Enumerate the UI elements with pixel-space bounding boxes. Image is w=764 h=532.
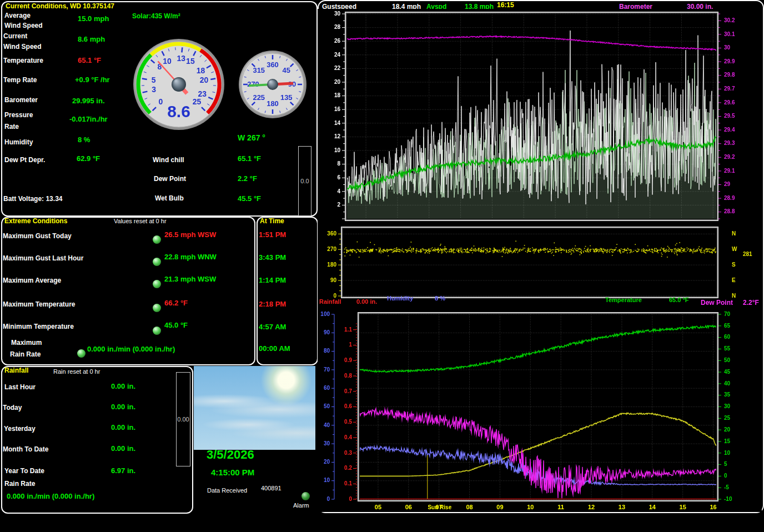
max-average-value: 21.3 mph WSW [164,275,216,283]
wind-chill-value: 65.1 °F [238,154,261,163]
rain-yesterday-value: 0.00 in. [111,423,135,431]
at-time-title: At Time [260,217,284,225]
legend-dewpoint-value: 2.2°F [743,299,759,307]
climate-chart [318,309,762,512]
row-label: Temp Rate [3,76,37,84]
solar-now: Solar:435 W/m² [132,12,180,20]
wind-direction-text: W 267 ° [238,133,265,142]
extreme-row-label: Maximum Temperature [3,300,75,308]
led-indicator [77,349,86,358]
row-label: Temperature [3,57,43,64]
battery-voltage: Batt Voltage: 13.34 [3,195,62,203]
alarm-led [301,492,310,500]
rainfall-title: Rainfall [4,367,28,374]
rainfall-subtitle: Rain reset at 0 hr [53,368,100,375]
row-label: Dew Pt Depr. [4,156,45,164]
data-received-value: 400891 [261,485,282,491]
rain-row-label: Today [3,404,22,411]
max-temperature-value: 66.2 °F [164,299,188,307]
barometer-value: 29.995 in. [72,97,105,105]
max-rain-label2: Rain Rate [10,350,41,358]
at-time-panel [257,217,318,365]
max-rain-rate-value: 0.000 in./min (0.000 in./hr) [87,345,175,353]
led-indicator [153,280,161,288]
current-gauge-bar: 0.0 [298,146,311,216]
rain-last-hour-value: 0.00 in. [111,382,135,390]
rain-today-value: 0.00 in. [111,403,135,411]
legend-humidity-value: 8 % [435,295,445,302]
at-time-value: 2:18 PM [259,300,286,308]
dew-point-value: 2.2 °F [238,174,257,183]
at-time-value: 4:57 AM [259,323,286,331]
legend-temp-value: 65.0 °F [669,297,689,303]
current-wind-value: 8.6 mph [78,35,105,43]
alarm-label: Alarm [293,502,309,509]
max-gust-hour-value: 22.8 mph WNW [164,253,217,261]
wet-bulb-value: 45.5 °F [238,194,261,203]
wind-direction-gauge [238,49,308,119]
date-display: 3/5/2026 [207,448,254,462]
row-label: Average [4,12,31,19]
legend-temp-label: Temperature [605,297,642,303]
data-received-label: Data Received [207,487,247,494]
led-indicator [153,258,161,266]
rain-row-label: Yesterday [4,425,36,433]
row-label: Rate [4,123,19,131]
at-time-value: 3:43 PM [259,253,286,262]
time-display: 4:15:00 PM [211,468,254,477]
legend-rainfall-value: 0.00 in. [356,298,377,305]
aux-label: Wind chill [153,156,184,164]
at-time-value: 1:14 PM [259,276,286,284]
wind-speed-gauge [132,37,226,132]
rainfall-gauge-bar: 0.00 [176,372,190,466]
extreme-subtitle: Values reset at 0 hr [114,218,167,224]
pressure-rate-value: -0.017in./hr [69,115,108,123]
row-label: Wind Speed [4,22,43,29]
sky-image [194,366,315,450]
humidity-value: 8 % [78,135,90,144]
at-time-value: 00:00 AM [259,344,290,353]
rain-rate-value: 0.000 in./min (0.000 in./hr) [7,492,94,500]
led-indicator [153,235,161,244]
rain-month-value: 0.00 in. [111,444,135,453]
extreme-title: Extreme Conditions [4,217,67,225]
aux-label: Dew Point [154,175,186,183]
rain-rate-label: Rain Rate [4,480,35,488]
extreme-row-label: Maximum Gust Last Hour [3,254,83,262]
legend-rainfall-label: Rainfall [319,298,341,305]
legend-dewpoint-label: Dew Point [701,299,733,307]
rain-row-label: Last Hour [4,383,36,391]
rain-row-label: Year To Date [4,467,44,475]
min-temperature-value: 45.0 °F [164,321,188,329]
row-label: Pressure [4,111,33,119]
extreme-row-label: Maximum Gust Today [3,232,72,240]
extreme-row-label: Minimum Temperature [3,323,74,330]
current-conditions-title: Current Conditions, WD 10.375147 [6,2,114,10]
max-rain-label1: Maximum [11,339,42,347]
rain-year-value: 6.97 in. [111,466,135,475]
row-label: Barometer [4,96,38,104]
aux-label: Wet Bulb [155,194,184,202]
avg-wind-value: 15.0 mph [78,14,109,23]
led-indicator [153,327,161,335]
max-gust-today-value: 26.5 mph WSW [164,230,216,239]
at-time-value: 1:51 PM [259,230,286,239]
wind-direction-chart [318,224,762,309]
rain-row-label: Month To Date [3,445,48,453]
extreme-row-label: Maximum Average [3,277,61,284]
row-label: Wind Speed [3,43,42,51]
chart-time: 16:15 [497,1,514,9]
legend-humidity-label: Humidity [387,295,413,302]
row-label: Current [3,32,27,40]
temperature-value: 65.1 °F [78,56,101,64]
dew-pt-depr-value: 62.9 °F [77,154,100,163]
wind-barometer-chart [318,9,762,225]
row-label: Humidity [4,138,33,146]
temp-rate-value: +0.9 °F /hr [75,76,110,84]
led-indicator [153,304,161,312]
